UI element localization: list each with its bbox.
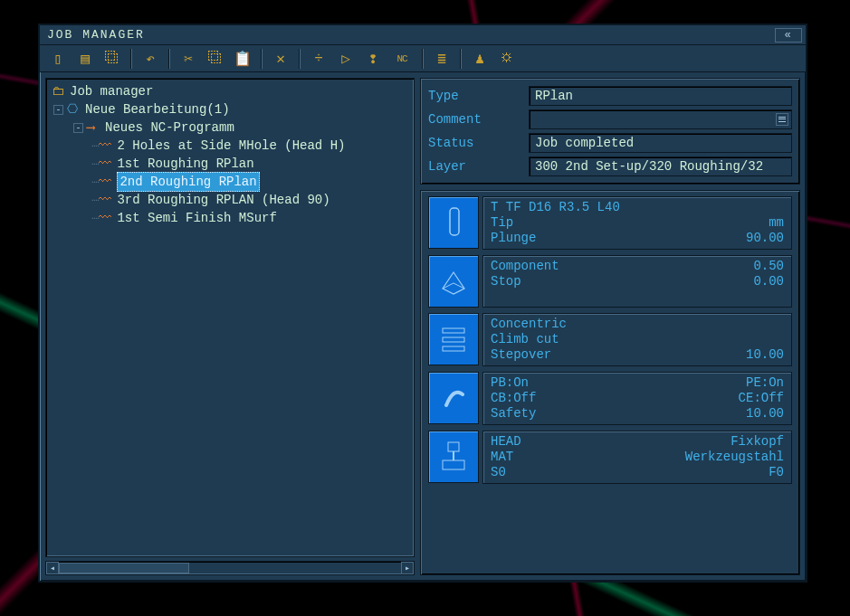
plane-icon[interactable]	[428, 255, 479, 308]
expander-icon[interactable]: -	[53, 105, 63, 115]
link-icon[interactable]	[428, 372, 479, 424]
menu-icon[interactable]	[776, 113, 788, 126]
toolbar-separator	[460, 49, 462, 69]
paste-icon[interactable]: 📋	[234, 50, 252, 68]
tree-machining[interactable]: -⎔Neue Bearbeitung(1)	[52, 100, 408, 118]
svg-rect-5	[443, 346, 464, 351]
info-card-1: Component0.50Stop0.00	[428, 255, 792, 308]
divide-icon[interactable]: ÷	[310, 50, 328, 68]
op-icon: 〰	[99, 155, 113, 173]
toolbar-separator	[168, 49, 170, 69]
tree-operation-0[interactable]: ┈〰2 Holes at Side MHole (Head H)	[52, 137, 408, 155]
expander-icon[interactable]: -	[73, 123, 83, 133]
toolbar-separator	[130, 49, 132, 69]
cube-icon: ⎔	[67, 100, 81, 118]
tree-item-label: 1st Semi Finish MSurf	[117, 209, 276, 227]
info-card-4: HEADFixkopfMATWerkzeugstahlS0F0	[428, 431, 792, 484]
gear-icon[interactable]: ⛭	[498, 50, 516, 68]
tool-icon[interactable]	[428, 196, 479, 249]
job-manager-window: JOB MANAGER « ▯▤⿻↶✂⿻📋✕÷▷❢NC≣♟⛭ 🗀Job mana…	[38, 24, 807, 583]
properties-box: Type RPlan Comment Status Job completed …	[420, 78, 800, 185]
op-icon: 〰	[99, 191, 113, 209]
svg-rect-3	[443, 328, 464, 333]
card-line-left: Tip	[491, 215, 513, 231]
window-title: JOB MANAGER	[47, 28, 145, 42]
tree-root[interactable]: 🗀Job manager	[52, 82, 408, 100]
card-line-left: Plunge	[491, 231, 536, 246]
horizontal-scrollbar[interactable]: ◂ ▸	[45, 561, 415, 575]
toolbar-separator	[299, 49, 301, 69]
card-line-left: PB:On	[491, 375, 529, 391]
tree-item-label: 1st Roughing RPlan	[117, 155, 253, 173]
card-line-right: Fixkopf	[731, 434, 784, 450]
tree-item-label: Neue Bearbeitung(1)	[85, 100, 230, 118]
card-stack: T TF D16 R3.5 L40TipmmPlunge90.00Compone…	[420, 190, 800, 575]
prop-type-value[interactable]: RPlan	[529, 86, 792, 106]
card-line-right: 10.00	[746, 347, 784, 363]
tree-operation-2[interactable]: ┈〰2nd Roughing RPlan	[52, 173, 408, 191]
collapse-button[interactable]: «	[775, 28, 802, 43]
tree-item-label: Job manager	[70, 82, 153, 100]
tree-item-label: Neues NC-Programm	[105, 118, 234, 137]
copy2-icon[interactable]: ⿻	[206, 50, 224, 68]
card-line-right: 90.00	[746, 231, 784, 246]
save-icon[interactable]: ▤	[76, 50, 94, 68]
card-line-left: Safety	[491, 406, 536, 422]
svg-rect-4	[443, 337, 464, 342]
prop-status-value[interactable]: Job completed	[529, 133, 792, 153]
card-line-right: 0.00	[753, 274, 784, 289]
card-line-right: 0.50	[753, 259, 784, 274]
prop-comment-label: Comment	[428, 112, 523, 127]
card-info[interactable]: T TF D16 R3.5 L40TipmmPlunge90.00	[482, 196, 792, 250]
card-info[interactable]: Component0.50Stop0.00	[482, 255, 792, 308]
card-line-right: CE:Off	[739, 391, 784, 406]
card-line-left: Stop	[491, 274, 521, 289]
prop-comment-input[interactable]	[529, 109, 792, 129]
job-tree[interactable]: 🗀Job manager-⎔Neue Bearbeitung(1)-⟶Neues…	[45, 78, 415, 557]
nc-icon[interactable]: NC	[391, 50, 413, 68]
svg-rect-0	[450, 208, 459, 235]
list-icon[interactable]: ≣	[433, 50, 451, 68]
new-icon[interactable]: ▯	[49, 50, 67, 68]
play-icon[interactable]: ▷	[337, 50, 355, 68]
cut-icon[interactable]: ✂	[179, 50, 197, 68]
card-info[interactable]: PB:OnPE:OnCB:OffCE:OffSafety10.00	[482, 372, 792, 425]
undo-icon[interactable]: ↶	[141, 50, 159, 68]
tree-operation-1[interactable]: ┈〰1st Roughing RPlan	[52, 155, 408, 173]
card-line-right: F0	[769, 465, 784, 480]
card-line-right: 10.00	[746, 406, 784, 422]
svg-rect-8	[443, 460, 464, 469]
svg-rect-6	[448, 442, 459, 451]
card-line-left: CB:Off	[491, 391, 536, 406]
folder-icon: 🗀	[52, 82, 66, 100]
toolbar: ▯▤⿻↶✂⿻📋✕÷▷❢NC≣♟⛭	[40, 45, 806, 72]
scrollbar-thumb[interactable]	[59, 563, 189, 573]
delete-icon[interactable]: ✕	[272, 50, 290, 68]
card-line-left: S0	[491, 465, 506, 480]
tree-ncprogram[interactable]: -⟶Neues NC-Programm	[52, 118, 408, 137]
strategy-icon[interactable]	[428, 313, 479, 365]
titlebar[interactable]: JOB MANAGER «	[40, 25, 806, 45]
card-line-left: Stepover	[491, 347, 551, 363]
machine-icon[interactable]	[428, 431, 479, 483]
prop-layer-value[interactable]: 300 2nd Set-up/320 Roughing/32	[529, 156, 792, 176]
card-line-left: Concentric	[491, 317, 567, 332]
card-line-right: Werkzeugstahl	[685, 450, 784, 465]
copy-icon[interactable]: ⿻	[103, 50, 121, 68]
card-line-left: Climb cut	[491, 332, 559, 347]
tree-operation-3[interactable]: ┈〰3rd Roughing RPLAN (Head 90)	[52, 191, 408, 209]
tree-operation-4[interactable]: ┈〰1st Semi Finish MSurf	[52, 209, 408, 227]
robot-icon[interactable]: ♟	[471, 50, 489, 68]
prop-type-label: Type	[428, 89, 523, 103]
scroll-right-arrow-icon[interactable]: ▸	[401, 562, 414, 574]
info-icon[interactable]: ❢	[364, 50, 382, 68]
tree-item-label: 3rd Roughing RPLAN (Head 90)	[117, 191, 329, 209]
op-icon: 〰	[99, 173, 113, 191]
info-card-0: T TF D16 R3.5 L40TipmmPlunge90.00	[428, 196, 792, 250]
card-info[interactable]: HEADFixkopfMATWerkzeugstahlS0F0	[482, 431, 792, 484]
toolbar-separator	[261, 49, 263, 69]
scroll-left-arrow-icon[interactable]: ◂	[46, 562, 59, 574]
prop-status-label: Status	[428, 136, 523, 150]
card-info[interactable]: ConcentricClimb cutStepover10.00	[482, 313, 792, 366]
op-icon: 〰	[99, 209, 113, 227]
